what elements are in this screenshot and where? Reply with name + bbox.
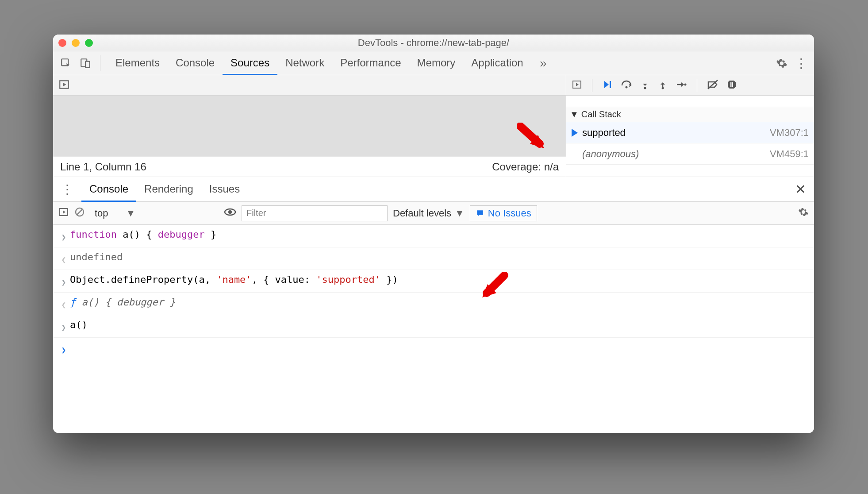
debugger-toolbar: [566, 75, 814, 96]
sources-panel: Line 1, Column 16 Coverage: n/a: [53, 75, 814, 177]
coverage-status: Coverage: n/a: [492, 161, 559, 173]
console-levels-selector[interactable]: Default levels ▼: [393, 208, 465, 219]
separator: [100, 55, 100, 71]
resume-icon[interactable]: [602, 79, 613, 92]
pause-on-exceptions-icon[interactable]: [726, 79, 737, 92]
sources-status-bar: Line 1, Column 16 Coverage: n/a: [53, 156, 566, 177]
output-chevron-icon: [58, 248, 70, 269]
call-stack-header[interactable]: ▼ Call Stack: [566, 107, 814, 122]
console-entry: a(): [53, 315, 814, 338]
settings-gear-icon[interactable]: [774, 56, 789, 71]
drawer-tab-issues[interactable]: Issues: [201, 177, 248, 201]
console-text: a(): [70, 316, 88, 334]
tab-console[interactable]: Console: [168, 51, 223, 75]
tab-memory[interactable]: Memory: [409, 51, 464, 75]
output-chevron-icon: [58, 293, 70, 314]
chevron-down-icon: ▼: [126, 208, 136, 219]
input-chevron-icon: [58, 316, 70, 336]
svg-rect-5: [610, 81, 611, 88]
sources-editor-pane: Line 1, Column 16 Coverage: n/a: [53, 75, 566, 177]
input-chevron-icon: [58, 226, 70, 246]
console-levels-label: Default levels: [393, 208, 451, 219]
console-entry: function a() { debugger }: [53, 225, 814, 247]
frame-location: VM307:1: [770, 127, 809, 139]
frame-location: VM459:1: [770, 148, 809, 160]
svg-rect-2: [85, 61, 90, 67]
call-stack-label: Call Stack: [581, 109, 621, 120]
tab-network[interactable]: Network: [277, 51, 332, 75]
console-toolbar: top ▼ Default levels ▼ No Issues: [53, 202, 814, 225]
input-chevron-icon: [58, 271, 70, 291]
sources-editor-empty: [53, 96, 566, 156]
svg-rect-11: [732, 82, 734, 87]
sources-editor-toolbar: [53, 75, 566, 96]
step-icon[interactable]: [676, 79, 687, 92]
toggle-sidebar-icon[interactable]: [572, 79, 582, 92]
drawer-tab-console[interactable]: Console: [81, 177, 136, 202]
svg-rect-10: [730, 82, 732, 87]
issues-badge[interactable]: No Issues: [470, 205, 537, 221]
svg-point-7: [644, 87, 646, 89]
tab-application[interactable]: Application: [463, 51, 531, 75]
frame-name: supported: [582, 127, 626, 139]
console-context-value: top: [95, 208, 108, 219]
svg-point-15: [228, 210, 232, 214]
drawer: ⋮ ConsoleRenderingIssues ✕ top ▼ Default…: [53, 177, 814, 433]
chevron-down-icon: ▼: [455, 208, 465, 219]
disclosure-triangle-icon: ▼: [570, 109, 579, 120]
titlebar: DevTools - chrome://new-tab-page/: [53, 35, 814, 51]
console-entry: Object.defineProperty(a, 'name', { value…: [53, 270, 814, 293]
deactivate-breakpoints-icon[interactable]: [707, 79, 718, 92]
tab-elements[interactable]: Elements: [108, 51, 168, 75]
show-navigator-icon[interactable]: [58, 79, 70, 92]
debugger-section-strip: [566, 96, 814, 107]
console-prompt[interactable]: [53, 338, 814, 360]
inspect-element-icon[interactable]: [58, 56, 73, 71]
tab-performance[interactable]: Performance: [332, 51, 409, 75]
main-tabstrip: ElementsConsoleSourcesNetworkPerformance…: [53, 51, 814, 75]
console-entry: undefined: [53, 247, 814, 270]
console-text: function a() { debugger }: [70, 226, 216, 243]
issues-label: No Issues: [488, 208, 531, 219]
current-frame-icon: [572, 129, 578, 137]
window-title: DevTools - chrome://new-tab-page/: [53, 37, 814, 49]
step-out-icon[interactable]: [658, 79, 668, 92]
call-stack-list: supportedVM307:1(anonymous)VM459:1: [566, 122, 814, 165]
drawer-tabstrip: ⋮ ConsoleRenderingIssues ✕: [53, 177, 814, 202]
call-stack-frame[interactable]: (anonymous)VM459:1: [566, 143, 814, 165]
console-text: undefined: [70, 248, 123, 266]
drawer-tab-rendering[interactable]: Rendering: [136, 177, 201, 201]
console-entry: ƒ a() { debugger }: [53, 293, 814, 315]
console-text: ƒ a() { debugger }: [70, 293, 175, 311]
console-settings-gear-icon[interactable]: [798, 207, 809, 220]
drawer-menu-icon[interactable]: ⋮: [58, 182, 77, 197]
device-toolbar-icon[interactable]: [78, 56, 93, 71]
call-stack-frame[interactable]: supportedVM307:1: [566, 122, 814, 143]
console-filter-input[interactable]: [242, 205, 388, 221]
kebab-menu-icon[interactable]: ⋮: [794, 56, 809, 71]
svg-point-8: [662, 87, 664, 89]
tab-sources[interactable]: Sources: [223, 51, 277, 75]
console-text: Object.defineProperty(a, 'name', { value…: [70, 271, 398, 289]
debugger-sidebar: ▼ Call Stack supportedVM307:1(anonymous)…: [566, 75, 814, 177]
step-into-icon[interactable]: [640, 79, 650, 92]
prompt-chevron-icon: [58, 339, 70, 359]
svg-point-6: [626, 86, 628, 88]
console-sidebar-toggle-icon[interactable]: [58, 207, 69, 220]
console-context-selector[interactable]: top ▼: [90, 206, 219, 221]
clear-console-icon[interactable]: [74, 207, 85, 220]
step-over-icon[interactable]: [621, 79, 632, 92]
drawer-close-icon[interactable]: ✕: [791, 181, 810, 197]
svg-point-9: [684, 83, 687, 85]
caret-position: Line 1, Column 16: [60, 161, 146, 173]
console-log[interactable]: function a() { debugger }undefinedObject…: [53, 225, 814, 433]
more-tabs-icon[interactable]: »: [536, 56, 551, 71]
live-expression-icon[interactable]: [224, 208, 236, 219]
devtools-window: DevTools - chrome://new-tab-page/ Elemen…: [53, 35, 814, 433]
frame-name: (anonymous): [582, 148, 639, 160]
